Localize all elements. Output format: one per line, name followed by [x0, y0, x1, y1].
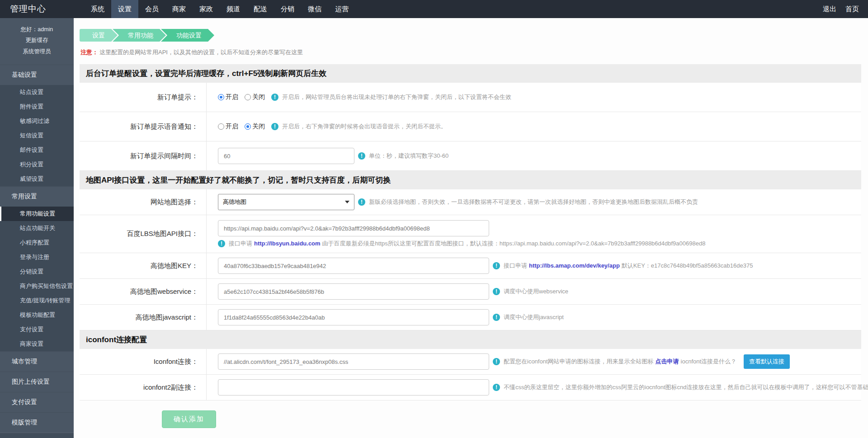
role-link[interactable]: 系统管理员	[0, 46, 74, 57]
section-title: 后台订单提醒设置，设置完毕后清理缓存，ctrl+F5强制刷新网页后生效	[80, 64, 861, 83]
app-title: 管理中心	[0, 3, 72, 15]
form-row-amap-webservice: 高德地图webservice： 调度中心使用webservice	[80, 279, 861, 305]
help-text: 接口申请http://lbsyun.baidu.com由于百度最新必须是http…	[229, 240, 705, 248]
help-text: 不懂css的亲这里留空，这里你额外增加的css阿里云的iocnfont图标cnd…	[504, 383, 868, 391]
sidebar-item-attachment-settings[interactable]: 附件设置	[0, 99, 74, 114]
form-row-iconfont2-link: iconfont2副连接： 不懂css的亲这里留空，这里你额外增加的css阿里云…	[80, 375, 861, 400]
main-content: 设置常用功能功能设置 注意：这里配置的是网站常用API，以及其他的设置，以后不知…	[74, 18, 868, 438]
radio-off-icon[interactable]	[245, 94, 251, 100]
nav-item-housekeeping[interactable]: 家政	[193, 0, 220, 18]
iconfont-link-input[interactable]	[218, 353, 489, 370]
topbar: 管理中心 系统设置会员商家家政频道配送分销微信运营 退出首页	[0, 0, 868, 18]
sidebar-item-template-management[interactable]: 模版管理	[0, 412, 74, 433]
interval-input[interactable]	[218, 148, 354, 164]
view-default-link-button[interactable]: 查看默认连接	[744, 354, 790, 369]
nav-item-operation[interactable]: 运营	[328, 0, 355, 18]
info-icon	[493, 358, 500, 365]
radio-option-on[interactable]: 开启	[218, 122, 238, 131]
notice-label: 注意：	[80, 49, 98, 56]
radio-off-icon[interactable]	[245, 123, 251, 130]
info-icon	[493, 262, 500, 269]
nav-item-system[interactable]: 系统	[84, 0, 111, 18]
sidebar-item-basic-settings[interactable]: 基础设置	[0, 65, 74, 85]
side-menu: 基础设置站点设置附件设置敏感词过滤短信设置邮件设置积分设置威望设置常用设置常用功…	[0, 65, 74, 433]
sidebar-item-common-settings[interactable]: 常用设置	[0, 186, 74, 207]
nav-item-wechat[interactable]: 微信	[301, 0, 328, 18]
sidebar-footer	[0, 433, 74, 438]
form-row-iconfont-link: Iconfont连接： 配置您在iconfont网站申请的图标连接，用来显示全站…	[80, 349, 861, 375]
field-label: 新订单提示间隔时间：	[80, 141, 207, 170]
amap-webservice-input[interactable]	[218, 283, 489, 300]
update-cache-link[interactable]: 更新缓存	[0, 35, 74, 46]
sidebar-item-site-function-switch[interactable]: 站点功能开关	[0, 221, 74, 235]
sidebar-item-merchant-sms-package[interactable]: 商户购买短信包设置	[0, 279, 74, 293]
iconfont2-link-input[interactable]	[218, 379, 489, 396]
breadcrumb-item-2[interactable]: 常用功能	[113, 29, 166, 42]
info-icon	[358, 152, 365, 160]
help-text: 接口申请http://lbs.amap.com/dev/key/app默认KEY…	[504, 262, 753, 270]
info-icon	[271, 123, 278, 130]
amap-javascript-input[interactable]	[218, 309, 489, 325]
help-text: 单位：秒，建议填写数字30-60	[369, 152, 448, 160]
sidebar-item-mail-settings[interactable]: 邮件设置	[0, 143, 74, 157]
sidebar-item-common-function-settings[interactable]: 常用功能设置	[0, 207, 74, 221]
sidebar-item-sms-settings[interactable]: 短信设置	[0, 128, 74, 143]
user-block: 您好：admin 更新缓存 系统管理员	[0, 18, 74, 65]
radio-option-off[interactable]: 关闭	[245, 122, 265, 131]
help-text: 新版必须选择地图，否则失效，一旦选择数据将不可逆更改，请第一次就选择好地图，否则…	[369, 198, 698, 206]
info-icon	[493, 288, 500, 295]
sidebar-item-image-upload-settings[interactable]: 图片上传设置	[0, 372, 74, 392]
topbar-home-link[interactable]: 首页	[845, 0, 859, 18]
section-title: 地图API接口设置，这里一开始配置好了就不能换了，切记，暂时只支持百度，后期可切…	[80, 171, 861, 189]
radio-option-off[interactable]: 关闭	[245, 93, 265, 101]
field-label: Iconfont连接：	[80, 349, 207, 374]
sidebar-item-prestige-settings[interactable]: 威望设置	[0, 172, 74, 186]
nav-item-member[interactable]: 会员	[138, 0, 165, 18]
section-order-alerts: 后台订单提醒设置，设置完毕后清理缓存，ctrl+F5强制刷新网页后生效 新订单提…	[80, 64, 861, 171]
radio-on-icon[interactable]	[218, 94, 224, 100]
sidebar-item-points-settings[interactable]: 积分设置	[0, 157, 74, 172]
radio-on-icon[interactable]	[218, 123, 224, 130]
sidebar-item-sensitive-word-filter[interactable]: 敏感词过滤	[0, 114, 74, 128]
section-map-api: 地图API接口设置，这里一开始配置好了就不能换了，切记，暂时只支持百度，后期可切…	[80, 171, 861, 330]
sidebar-item-recharge-withdraw-transfer[interactable]: 充值/提现/转账管理	[0, 293, 74, 308]
breadcrumb-item-3[interactable]: 功能设置	[161, 29, 214, 42]
map-select-dropdown[interactable]: 高德地图	[218, 194, 354, 210]
form-row-baidu-lbs-api: 百度LBS地图API接口： 接口申请http://lbsyun.baidu.co…	[80, 215, 861, 253]
nav-item-settings[interactable]: 设置	[111, 0, 138, 18]
section-title: iconfont连接配置	[80, 330, 861, 349]
nav-item-distribution[interactable]: 分销	[274, 0, 301, 18]
chevron-down-icon	[345, 201, 349, 203]
iconfont-apply-link[interactable]: 点击申请	[656, 358, 679, 365]
field-label: 高德地图KEY：	[80, 253, 207, 278]
sidebar-item-payment-settings[interactable]: 支付设置	[0, 392, 74, 412]
amap-key-apply-link[interactable]: http://lbs.amap.com/dev/key/app	[529, 262, 620, 269]
sidebar-item-site-settings[interactable]: 站点设置	[0, 85, 74, 99]
breadcrumb-item-1[interactable]: 设置	[80, 29, 118, 42]
nav-item-merchant[interactable]: 商家	[165, 0, 193, 18]
sidebar-item-miniprogram-config[interactable]: 小程序配置	[0, 235, 74, 250]
field-label: iconfont2副连接：	[80, 375, 207, 400]
sidebar-item-template-function-config[interactable]: 模板功能配置	[0, 308, 74, 322]
sidebar-item-payment-settings-sub[interactable]: 支付设置	[0, 322, 74, 337]
field-label: 百度LBS地图API接口：	[80, 215, 207, 253]
sidebar-item-distribution-settings[interactable]: 分销设置	[0, 264, 74, 279]
radio-option-on[interactable]: 开启	[218, 93, 238, 101]
baidu-lbs-apply-link[interactable]: http://lbsyun.baidu.com	[254, 240, 321, 247]
amap-key-input[interactable]	[218, 258, 489, 274]
field-label: 高德地图webservice：	[80, 279, 207, 304]
confirm-add-button[interactable]: 确认添加	[162, 410, 216, 428]
sidebar-item-merchant-settings[interactable]: 商家设置	[0, 337, 74, 351]
baidu-lbs-api-input[interactable]	[218, 220, 489, 236]
nav-item-delivery[interactable]: 配送	[247, 0, 274, 18]
help-text: 配置您在iconfont网站申请的图标连接，用来显示全站图标点击申请iocnfo…	[504, 358, 736, 366]
greeting-text: 您好：admin	[0, 24, 74, 35]
sidebar-item-city-management[interactable]: 城市管理	[0, 351, 74, 372]
nav-item-channel[interactable]: 频道	[220, 0, 247, 18]
topbar-logout-link[interactable]: 退出	[823, 0, 836, 18]
field-label: 网站地图选择：	[80, 189, 207, 215]
notice-text: 注意：这里配置的是网站常用API，以及其他的设置，以后不知道分来的尽量写在这里	[80, 48, 861, 57]
field-label: 新订单提示：	[80, 83, 207, 112]
help-text: 调度中心使用webservice	[504, 287, 568, 296]
sidebar-item-login-register[interactable]: 登录与注册	[0, 250, 74, 264]
